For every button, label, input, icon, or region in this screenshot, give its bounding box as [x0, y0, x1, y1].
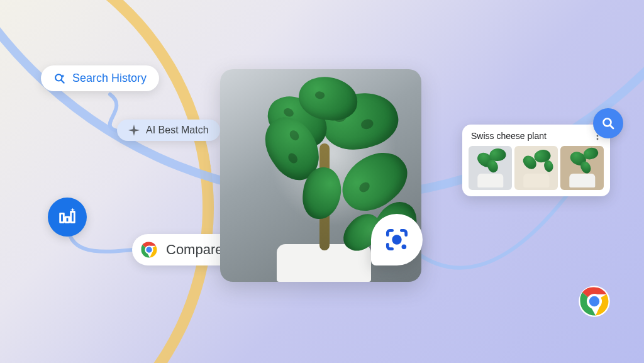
search-sparkle-icon — [53, 72, 66, 85]
tab-organizer-button[interactable] — [48, 198, 87, 237]
result-thumbnail[interactable] — [469, 146, 512, 190]
svg-line-11 — [610, 125, 613, 128]
search-icon — [601, 116, 616, 131]
svg-point-8 — [597, 135, 599, 137]
ai-best-match-chip[interactable]: AI Best Match — [117, 120, 220, 141]
sparkle-icon — [128, 125, 140, 136]
chrome-logo — [577, 284, 611, 318]
result-thumbnail[interactable] — [560, 146, 604, 190]
svg-line-1 — [62, 80, 64, 82]
ai-best-match-label: AI Best Match — [146, 125, 209, 136]
tab-organizer-icon — [57, 206, 78, 228]
search-history-label: Search History — [72, 72, 147, 85]
svg-point-6 — [402, 245, 407, 250]
results-title: Swiss cheese plant — [471, 131, 547, 141]
svg-point-9 — [597, 138, 599, 140]
decorative-stroke-yellow — [0, 0, 250, 363]
compare-label: Compare — [166, 242, 223, 258]
result-thumbnail[interactable] — [514, 146, 558, 190]
result-thumbnails — [469, 146, 604, 190]
chrome-icon — [140, 240, 158, 259]
visual-results-card[interactable]: Swiss cheese plant — [462, 125, 610, 196]
search-history-pill[interactable]: Search History — [41, 65, 159, 91]
svg-point-5 — [392, 235, 401, 244]
search-fab[interactable] — [593, 108, 623, 138]
lens-icon — [383, 226, 411, 254]
google-lens-button[interactable] — [371, 214, 423, 265]
